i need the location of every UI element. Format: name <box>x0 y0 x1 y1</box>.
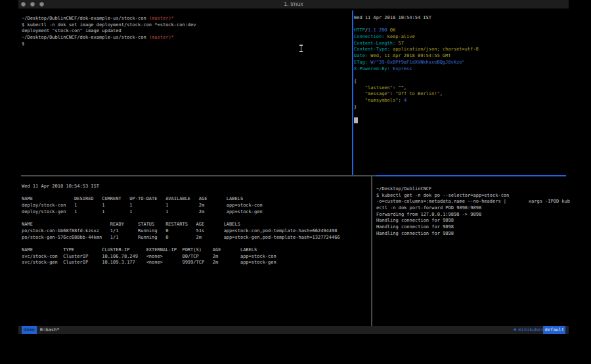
pane-divider-horizontal-left[interactable] <box>21 175 376 176</box>
pane-bottom-left-kubectl-get[interactable]: Wed 11 Apr 2018 10:54:53 IST NAME DESIRE… <box>22 184 371 266</box>
minimize-button[interactable] <box>30 2 35 7</box>
pane-divider-vertical-top[interactable] <box>352 10 353 176</box>
pane-top-left-shell[interactable]: ~/Desktop/DublinCNCF/dok-example-us/stoc… <box>22 16 350 47</box>
pane-bottom-right-port-forward[interactable]: ~/Desktop/DublinCNCF$ kubectl get -n dok… <box>376 186 567 237</box>
pane-top-right-http-response[interactable]: Wed 11 Apr 2018 10:54:54 IST HTTP/1.1 20… <box>354 15 567 123</box>
tmux-terminal: ~/Desktop/DublinCNCF/dok-example-us/stoc… <box>18 9 569 326</box>
window-title: 1. tmux <box>18 0 569 9</box>
window-titlebar: 1. tmux <box>18 0 569 9</box>
pane-divider-vertical-bottom[interactable] <box>371 176 372 326</box>
kube-namespace-badge: default <box>543 326 565 334</box>
screen: 1. tmux ~/Desktop/DublinCNCF/dok-example… <box>0 0 591 364</box>
tmux-status-bar: demo 0:bash* ☸ minikube : default <box>18 326 569 334</box>
traffic-lights <box>21 2 44 7</box>
close-button[interactable] <box>21 2 26 7</box>
kube-context-label: minikube <box>519 326 541 334</box>
pane-divider-horizontal-right-active[interactable] <box>376 175 566 176</box>
tmux-window-label[interactable]: 0:bash* <box>40 326 60 334</box>
status-bar-left: demo 0:bash* <box>22 326 59 334</box>
kubernetes-helm-icon: ☸ <box>514 326 516 334</box>
status-bar-right: ☸ minikube : default <box>514 326 565 334</box>
text-ibeam-cursor-icon <box>299 45 303 52</box>
zoom-button[interactable] <box>39 2 44 7</box>
terminal-window: 1. tmux ~/Desktop/DublinCNCF/dok-example… <box>18 0 569 334</box>
tmux-session-badge[interactable]: demo <box>22 326 37 334</box>
